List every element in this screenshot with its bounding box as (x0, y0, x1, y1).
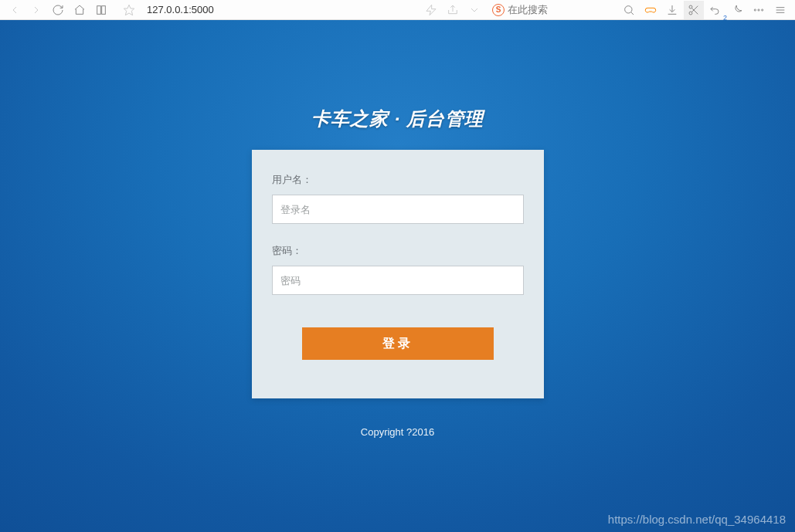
svg-point-4 (625, 5, 632, 12)
watermark-text: https://blog.csdn.net/qq_34964418 (608, 513, 786, 526)
password-input[interactable] (272, 266, 524, 295)
home-button[interactable] (70, 1, 90, 19)
svg-line-5 (631, 12, 634, 14)
login-button[interactable]: 登录 (302, 327, 494, 360)
search-engine-box[interactable]: S 在此搜索 (492, 3, 548, 17)
moon-icon[interactable] (727, 1, 747, 19)
username-input[interactable] (272, 195, 524, 224)
svg-rect-0 (97, 5, 101, 14)
svg-point-12 (758, 8, 759, 10)
copyright-text: Copyright ?2016 (361, 426, 434, 438)
sogou-icon: S (492, 4, 505, 16)
search-placeholder: 在此搜索 (508, 3, 548, 17)
address-bar[interactable]: 127.0.0.1:5000 (147, 4, 340, 15)
readmode-button[interactable] (91, 1, 111, 19)
chevron-down-icon[interactable] (464, 1, 484, 19)
refresh-button[interactable] (48, 1, 68, 19)
bolt-icon[interactable] (421, 1, 441, 19)
menu-icon[interactable] (770, 1, 790, 19)
gamepad-icon[interactable] (640, 1, 661, 19)
star-icon[interactable] (119, 1, 139, 19)
back-button[interactable] (5, 1, 25, 19)
undo-icon[interactable] (705, 1, 725, 19)
share-icon[interactable] (443, 1, 463, 19)
more-icon[interactable] (749, 1, 769, 19)
svg-point-11 (754, 8, 756, 10)
forward-button[interactable] (26, 1, 46, 19)
page-body: 卡车之家 · 后台管理 用户名： 密码： 登录 Copyright ?2016 … (0, 20, 795, 532)
svg-marker-2 (124, 5, 134, 15)
login-card: 用户名： 密码： 登录 (252, 150, 544, 398)
search-icon[interactable] (619, 1, 639, 19)
svg-marker-3 (426, 5, 436, 15)
username-label: 用户名： (272, 173, 524, 187)
svg-rect-1 (102, 5, 106, 14)
scissors-icon[interactable] (684, 1, 704, 19)
browser-toolbar: 127.0.0.1:5000 S 在此搜索 (0, 0, 795, 20)
download-icon[interactable] (662, 1, 682, 19)
page-title: 卡车之家 · 后台管理 (311, 107, 484, 131)
password-label: 密码： (272, 244, 524, 258)
svg-point-13 (762, 8, 763, 10)
